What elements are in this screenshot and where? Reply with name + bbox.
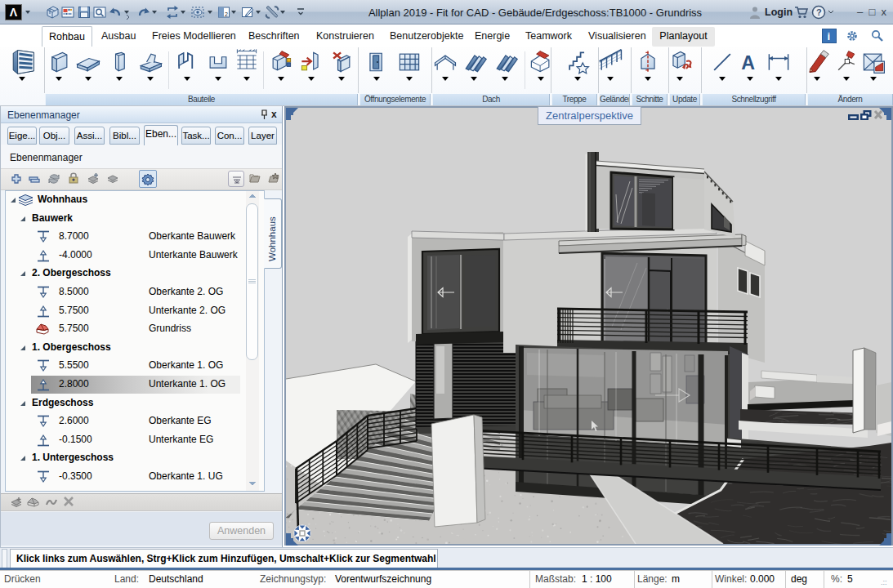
svg-text:A: A (741, 52, 755, 74)
svg-text:?: ? (816, 7, 822, 17)
svg-text:2: 2 (225, 11, 228, 17)
svg-text:i: i (828, 30, 831, 42)
